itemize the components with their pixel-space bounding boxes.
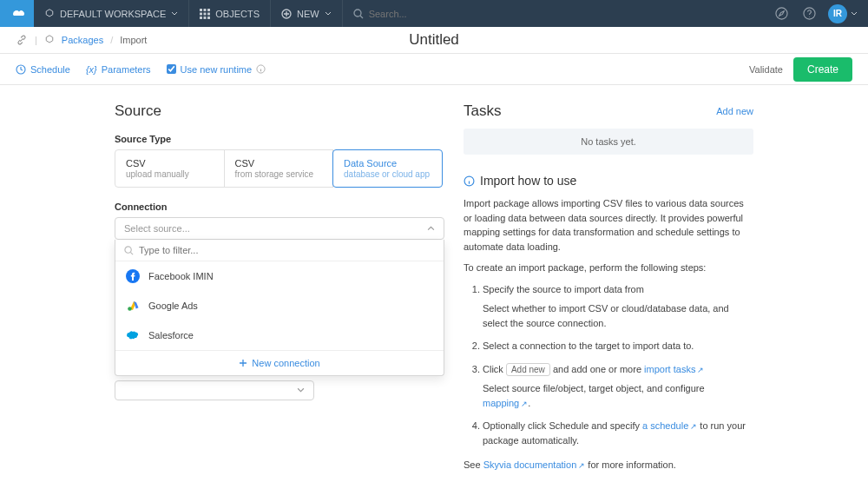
user-menu[interactable]: IR (828, 4, 858, 23)
connection-salesforce[interactable]: Salesforce (115, 320, 444, 350)
schedule-link[interactable]: a schedule↗ (642, 420, 697, 431)
howto-step-3: Click Add new and add one or more import… (483, 362, 753, 411)
source-type-csv-storage[interactable]: CSV from storage service (224, 149, 334, 188)
nav-objects[interactable]: OBJECTS (189, 0, 271, 27)
package-toolbar: Schedule {x} Parameters Use new runtime … (0, 54, 868, 85)
svg-point-11 (775, 8, 786, 19)
connection-select[interactable]: Select source... (115, 217, 444, 240)
new-connection-button[interactable]: New connection (115, 350, 444, 375)
svg-rect-3 (200, 12, 202, 15)
google-ads-icon (126, 299, 140, 313)
facebook-icon (126, 269, 140, 283)
page-title: Untitled (409, 31, 459, 49)
breadcrumb-current: Import (120, 35, 147, 45)
source-section-title: Source (115, 102, 444, 120)
brand-logo[interactable] (0, 0, 34, 27)
svg-rect-7 (204, 17, 207, 19)
nav-new-label: NEW (297, 9, 319, 19)
connection-google-ads[interactable]: Google Ads (115, 291, 444, 320)
svg-rect-1 (204, 9, 207, 11)
svg-rect-5 (207, 12, 210, 15)
chevron-down-icon (297, 387, 305, 394)
howto-title: Import how to use (464, 174, 753, 188)
compass-icon[interactable] (773, 5, 790, 23)
svg-rect-4 (204, 12, 207, 15)
connection-dropdown: Facebook IMIN Google Ads Salesforce New … (115, 240, 444, 376)
help-icon[interactable] (800, 5, 818, 23)
connector-icon (16, 34, 28, 46)
create-button[interactable]: Create (793, 57, 852, 82)
workspace-label: DEFAULT WORKSPACE (60, 9, 166, 19)
add-new-tag: Add new (506, 363, 550, 376)
schedule-button[interactable]: Schedule (16, 64, 70, 75)
avatar: IR (828, 4, 847, 23)
connection-filter-input[interactable] (139, 245, 435, 255)
tasks-empty-state: No tasks yet. (464, 129, 753, 155)
validate-button[interactable]: Validate (749, 64, 783, 75)
source-type-csv-manual[interactable]: CSV upload manually (115, 149, 225, 188)
breadcrumb: | Packages / Import Untitled (0, 27, 868, 54)
parameters-button[interactable]: {x} Parameters (86, 64, 151, 75)
external-link-icon: ↗ (697, 366, 704, 374)
howto-body: Import package allows importing CSV file… (464, 196, 753, 472)
mapping-link[interactable]: mapping↗ (483, 398, 528, 408)
salesforce-icon (126, 328, 140, 342)
source-type-label: Source Type (115, 134, 444, 144)
svg-rect-2 (207, 9, 210, 11)
add-task-link[interactable]: Add new (716, 106, 753, 116)
howto-step-2: Select a connection to the target to imp… (483, 339, 753, 354)
svg-point-10 (354, 10, 361, 17)
svg-point-17 (128, 307, 132, 311)
connection-facebook[interactable]: Facebook IMIN (115, 261, 444, 291)
search-icon (124, 246, 134, 255)
svg-rect-0 (200, 9, 202, 11)
breadcrumb-packages[interactable]: Packages (62, 35, 103, 45)
source-type-selector: CSV upload manually CSV from storage ser… (115, 149, 444, 188)
chevron-up-icon (427, 225, 435, 233)
locale-select[interactable] (115, 380, 314, 400)
import-tasks-link[interactable]: import tasks↗ (644, 364, 704, 374)
info-icon (464, 175, 475, 187)
parameters-icon: {x} (86, 64, 97, 75)
package-icon (44, 35, 55, 45)
documentation-link[interactable]: Skyvia documentation↗ (483, 459, 586, 470)
external-link-icon: ↗ (521, 400, 528, 408)
global-search[interactable] (343, 9, 773, 19)
connection-filter[interactable] (115, 240, 444, 261)
howto-step-4: Optionally click Schedule and specify a … (483, 419, 753, 447)
connection-label: Connection (115, 202, 444, 212)
external-link-icon: ↗ (578, 461, 585, 470)
source-type-datasource[interactable]: Data Source database or cloud app (332, 149, 443, 188)
svg-point-15 (125, 246, 131, 252)
svg-rect-6 (200, 17, 202, 19)
howto-step-1: Specify the source to import data from S… (483, 282, 753, 331)
top-navbar: DEFAULT WORKSPACE OBJECTS NEW IR (0, 0, 868, 27)
workspace-switcher[interactable]: DEFAULT WORKSPACE (34, 0, 189, 27)
nav-objects-label: OBJECTS (215, 9, 260, 19)
svg-rect-8 (207, 17, 210, 19)
runtime-checkbox[interactable] (167, 64, 176, 74)
plus-icon (239, 359, 247, 367)
external-link-icon: ↗ (690, 422, 697, 431)
nav-new[interactable]: NEW (271, 0, 343, 27)
use-new-runtime-toggle[interactable]: Use new runtime (167, 64, 266, 75)
tasks-section-title: Tasks (464, 102, 501, 120)
search-input[interactable] (369, 9, 542, 19)
